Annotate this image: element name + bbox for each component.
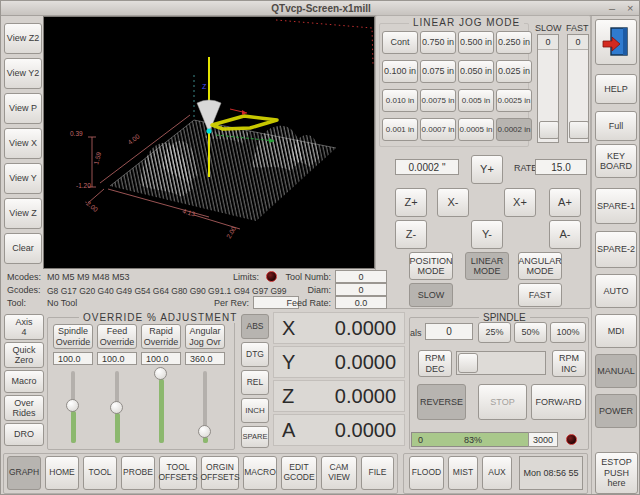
jog-inc-0050[interactable]: 0.050 in bbox=[458, 60, 494, 83]
spare-2-button[interactable]: SPARE-2 bbox=[595, 231, 637, 268]
jog-inc-00005[interactable]: 0.0005 in bbox=[458, 118, 494, 141]
z-axis-label: Z bbox=[202, 83, 207, 90]
view-x-button[interactable]: View X bbox=[4, 128, 42, 159]
jog-inc-00075[interactable]: 0.0075 in bbox=[420, 89, 456, 112]
aux-button[interactable]: AUX bbox=[482, 456, 512, 490]
spindle-100-button[interactable]: 100% bbox=[550, 322, 586, 343]
jog-cont-button[interactable]: Cont bbox=[382, 31, 418, 54]
axis-4-button[interactable]: Axis 4 bbox=[4, 314, 44, 340]
rpm-dec-button[interactable]: RPM DEC bbox=[418, 350, 452, 377]
rapid-override-handle[interactable] bbox=[154, 367, 167, 380]
spindle-50-button[interactable]: 50% bbox=[514, 322, 547, 343]
jog-y-plus-button[interactable]: Y+ bbox=[471, 155, 503, 184]
rpm-inc-button[interactable]: RPM INC bbox=[552, 350, 586, 377]
dro-dtg-button[interactable]: DTG bbox=[241, 342, 269, 367]
jog-inc-00025[interactable]: 0.0025 in bbox=[496, 89, 532, 112]
tab-tool-offsets[interactable]: TOOL OFFSETS bbox=[159, 456, 197, 490]
jog-inc-0075[interactable]: 0.075 in bbox=[420, 60, 456, 83]
tab-tool[interactable]: TOOL bbox=[83, 456, 117, 490]
spindle-reverse-button[interactable]: REVERSE bbox=[417, 384, 466, 420]
tab-probe[interactable]: PROBE bbox=[121, 456, 155, 490]
tab-cam-view[interactable]: CAM VIEW bbox=[321, 456, 357, 490]
view-y2-button[interactable]: View Y2 bbox=[4, 58, 42, 89]
jog-y-minus-button[interactable]: Y- bbox=[471, 220, 503, 249]
quick-zero-button[interactable]: Quick Zero bbox=[4, 342, 44, 368]
jog-z-plus-button[interactable]: Z+ bbox=[395, 188, 427, 217]
jog-x-plus-button[interactable]: X+ bbox=[504, 188, 536, 217]
dro-a-value: 0.0000 bbox=[335, 419, 396, 442]
tab-graph[interactable]: GRAPH bbox=[7, 456, 41, 490]
power-button[interactable]: POWER bbox=[595, 394, 637, 428]
angular-mode-button[interactable]: ANGULAR MODE bbox=[518, 252, 562, 280]
spindle-forward-button[interactable]: FORWARD bbox=[531, 384, 586, 420]
jog-a-minus-button[interactable]: A- bbox=[549, 220, 581, 249]
jog-inc-0250[interactable]: 0.250 in bbox=[496, 31, 532, 54]
feed-override-handle[interactable] bbox=[110, 401, 123, 414]
flood-button[interactable]: FLOOD bbox=[409, 456, 444, 490]
spindle-stop-button[interactable]: STOP bbox=[478, 384, 527, 420]
position-mode-button[interactable]: POSITION MODE bbox=[409, 252, 453, 280]
spindle-override-button[interactable]: Spindle Override bbox=[53, 324, 93, 349]
mist-button[interactable]: MIST bbox=[448, 456, 478, 490]
dro-inch-button[interactable]: INCH bbox=[241, 398, 269, 423]
manual-mode-button[interactable]: MANUAL bbox=[595, 354, 637, 388]
estop-button[interactable]: ESTOP PUSH here bbox=[595, 452, 638, 494]
dro-spare-button[interactable]: SPARE bbox=[241, 426, 269, 448]
jog-inc-0025[interactable]: 0.025 in bbox=[496, 60, 532, 83]
jog-inc-0100[interactable]: 0.100 in bbox=[382, 60, 418, 83]
jog-inc-0010[interactable]: 0.010 in bbox=[382, 89, 418, 112]
jog-inc-0500[interactable]: 0.500 in bbox=[458, 31, 494, 54]
auto-mode-button[interactable]: AUTO bbox=[595, 274, 637, 308]
dro-rel-button[interactable]: REL bbox=[241, 370, 269, 395]
tab-home[interactable]: HOME bbox=[45, 456, 79, 490]
mdi-mode-button[interactable]: MDI bbox=[595, 314, 637, 348]
angular-jog-handle[interactable] bbox=[198, 425, 211, 438]
jog-inc-0001[interactable]: 0.001 in bbox=[382, 118, 418, 141]
view-p-button[interactable]: View P bbox=[4, 93, 42, 124]
gcode-graphics-view[interactable]: Z 0.39 1.59 -1.20 4.00 -2.00 4.13 2.00 bbox=[43, 16, 375, 269]
angular-jog-override-button[interactable]: Angular Jog Ovr bbox=[185, 324, 225, 349]
view-y-button[interactable]: View Y bbox=[4, 163, 42, 194]
slow-speed-button[interactable]: SLOW bbox=[409, 283, 453, 307]
tab-edit-gcode[interactable]: EDIT GCODE bbox=[281, 456, 317, 490]
slow-jog-slider[interactable]: 0 bbox=[537, 34, 559, 143]
view-z2-button[interactable]: View Z2 bbox=[4, 23, 42, 54]
dro-tab-button[interactable]: DRO bbox=[4, 423, 44, 446]
rpm-slider-handle[interactable] bbox=[458, 353, 478, 373]
jog-inc-0005[interactable]: 0.005 in bbox=[458, 89, 494, 112]
tab-file[interactable]: FILE bbox=[361, 456, 394, 490]
exit-button[interactable] bbox=[595, 19, 637, 65]
jog-z-minus-button[interactable]: Z- bbox=[395, 220, 427, 249]
slow-slider-handle[interactable] bbox=[539, 121, 559, 139]
fast-jog-slider[interactable]: 0 bbox=[567, 34, 589, 143]
spindle-25-button[interactable]: 25% bbox=[478, 322, 511, 343]
jog-a-plus-button[interactable]: A+ bbox=[549, 188, 581, 217]
mcodes-label: Mcodes: bbox=[7, 272, 41, 282]
jog-inc-00007[interactable]: 0.0007 in bbox=[420, 118, 456, 141]
minimize-button[interactable]: – bbox=[609, 1, 615, 15]
jog-inc-00002-selected[interactable]: 0.0002 in bbox=[496, 118, 532, 141]
spare-1-button[interactable]: SPARE-1 bbox=[595, 188, 637, 224]
rapid-override-button[interactable]: Rapid Override bbox=[141, 324, 181, 349]
help-button[interactable]: HELP bbox=[595, 74, 637, 104]
close-button[interactable]: × bbox=[627, 1, 633, 15]
jog-inc-0750[interactable]: 0.750 in bbox=[420, 31, 456, 54]
keyboard-button[interactable]: KEY BOARD bbox=[595, 144, 637, 178]
clear-button[interactable]: Clear bbox=[4, 233, 42, 264]
fast-speed-button[interactable]: FAST bbox=[518, 283, 562, 307]
title-bar[interactable]: QTvcp-Screen-x1mill bbox=[1, 1, 640, 16]
dro-abs-button[interactable]: ABS bbox=[241, 314, 269, 339]
fast-slider-handle[interactable] bbox=[569, 121, 589, 139]
feed-override-button[interactable]: Feed Override bbox=[97, 324, 137, 349]
rapid-override-fill bbox=[159, 379, 164, 443]
view-z-button[interactable]: View Z bbox=[4, 198, 42, 229]
full-button[interactable]: Full bbox=[595, 111, 637, 141]
jog-x-minus-button[interactable]: X- bbox=[437, 188, 469, 217]
overrides-tab-button[interactable]: Over Rides bbox=[4, 395, 44, 421]
tab-macro[interactable]: MACRO bbox=[243, 456, 277, 490]
macro-tab-button[interactable]: Macro bbox=[4, 370, 44, 393]
tab-orgin-offsets[interactable]: ORGIN OFFSETS bbox=[201, 456, 239, 490]
linear-mode-button[interactable]: LINEAR MODE bbox=[465, 252, 509, 280]
spindle-rpm-setting[interactable]: 3000 bbox=[528, 432, 558, 447]
spindle-override-handle[interactable] bbox=[66, 399, 79, 412]
